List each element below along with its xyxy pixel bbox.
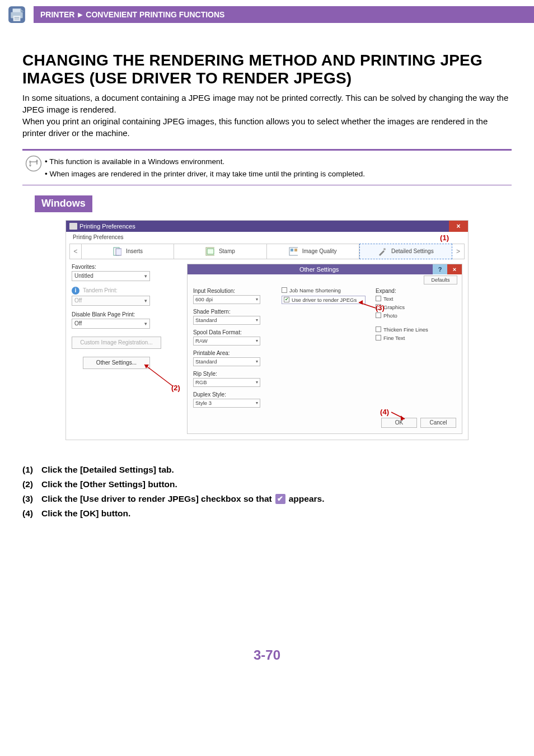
printing-preferences-dialog: Printing Preferences × Printing Preferen… [65, 220, 469, 440]
other-settings-panel: Other Settings ? × Defaults [187, 264, 462, 434]
tab-header-label: Printing Preferences [69, 233, 127, 241]
tab-inserts[interactable]: Inserts [82, 244, 174, 259]
breadcrumb: PRINTER ► CONVENIENT PRINTING FUNCTIONS [34, 6, 534, 23]
rip-style-label: Rip Style: [193, 371, 271, 377]
tab-image-quality[interactable]: Image Quality [267, 244, 359, 259]
checkbox-checked-icon [284, 297, 289, 302]
spool-format-label: Spool Data Format: [193, 329, 271, 335]
chevron-down-icon: ▾ [256, 338, 258, 343]
svg-marker-22 [359, 300, 363, 305]
tab-prev-button[interactable]: < [69, 244, 82, 259]
checkbox-icon [376, 335, 381, 340]
callout-4-arrow [389, 411, 406, 422]
checkbox-icon [376, 312, 381, 318]
tab-stamp[interactable]: Stamp [174, 244, 266, 259]
expand-text-checkbox[interactable]: Text [376, 296, 448, 302]
divider [22, 185, 512, 185]
favorites-select[interactable]: Untitled ▾ [72, 271, 150, 281]
tab-label: Stamp [219, 248, 235, 254]
svg-line-19 [144, 365, 172, 386]
step-2: (2) Click the [Other Settings] button. [22, 479, 512, 489]
disable-blank-label: Disable Blank Page Print: [72, 311, 184, 318]
svg-rect-14 [207, 249, 214, 254]
tab-strip: < Inserts Stamp Imag [66, 241, 468, 259]
input-resolution-select[interactable]: 600 dpi▾ [193, 295, 260, 304]
other-settings-button[interactable]: Other Settings... [83, 357, 150, 369]
expand-label: Expand: [376, 288, 448, 294]
step-1: (1) Click the [Detailed Settings] tab. [22, 465, 512, 475]
use-driver-render-jpegs-checkbox[interactable]: Use driver to render JPEGs [282, 296, 366, 304]
disable-blank-value: Off [74, 320, 82, 326]
shade-pattern-select[interactable]: Standard▾ [193, 316, 260, 325]
chevron-down-icon: ▾ [256, 359, 258, 364]
svg-point-7 [26, 156, 41, 171]
step-4: (4) Click the [OK] button. [22, 508, 512, 519]
tab-label: Image Quality [302, 248, 337, 254]
svg-rect-1 [13, 8, 21, 12]
checkmark-icon: ✔ [275, 494, 285, 504]
favorites-value: Untitled [74, 273, 93, 279]
note-item-2: • When images are rendered in the printe… [45, 168, 365, 180]
duplex-style-select[interactable]: Style 3▾ [193, 399, 260, 408]
chevron-down-icon: ▾ [144, 321, 147, 326]
job-name-shortening-checkbox[interactable]: Job Name Shortening [282, 287, 366, 293]
panel-title: Other Settings [299, 266, 339, 273]
tab-detailed-settings[interactable]: Detailed Settings [359, 244, 452, 259]
stamp-icon [205, 247, 214, 256]
printable-area-label: Printable Area: [193, 350, 271, 356]
shade-pattern-label: Shade Pattern: [193, 309, 271, 315]
chevron-down-icon: ▾ [256, 318, 258, 323]
step-3: (3) Click the [Use driver to render JPEG… [22, 494, 512, 504]
info-icon: i [72, 287, 79, 295]
os-label: Windows [35, 195, 92, 212]
page-header: PRINTER ► CONVENIENT PRINTING FUNCTIONS [0, 0, 534, 29]
detailed-settings-icon [378, 247, 387, 256]
svg-rect-17 [294, 249, 297, 251]
disable-blank-select[interactable]: Off ▾ [72, 319, 150, 329]
divider [22, 149, 512, 151]
panel-help-button[interactable]: ? [433, 264, 447, 274]
printer-icon [7, 5, 26, 24]
spool-format-select[interactable]: RAW▾ [193, 337, 260, 346]
steps-list: (1) Click the [Detailed Settings] tab. (… [0, 465, 534, 519]
panel-titlebar: Other Settings ? × [188, 264, 462, 274]
chevron-down-icon: ▾ [256, 400, 258, 405]
tab-next-button[interactable]: > [452, 244, 465, 259]
callout-3: (3) [376, 304, 385, 312]
dialog-close-button[interactable]: × [449, 221, 468, 232]
intro-paragraph-2: When you print an original containing JP… [22, 115, 512, 139]
page-title: CHANGING THE RENDERING METHOD AND PRINTI… [22, 52, 512, 87]
thicken-fine-lines-checkbox[interactable]: Thicken Fine Lines [376, 326, 448, 333]
tab-label: Detailed Settings [391, 248, 434, 254]
printable-area-select[interactable]: Standard▾ [193, 357, 260, 366]
cancel-button[interactable]: Cancel [420, 418, 456, 428]
note-icon [22, 155, 45, 172]
chevron-down-icon: ▾ [144, 273, 147, 279]
chevron-down-icon: ▾ [144, 298, 147, 304]
image-quality-icon [289, 247, 298, 256]
inserts-icon [113, 247, 121, 256]
fine-text-checkbox[interactable]: Fine Text [376, 335, 448, 341]
svg-rect-3 [13, 16, 21, 21]
expand-photo-checkbox[interactable]: Photo [376, 312, 448, 319]
svg-marker-9 [36, 160, 39, 162]
callout-2: (2) [171, 384, 180, 392]
tab-label: Inserts [126, 248, 143, 254]
svg-marker-24 [401, 416, 405, 421]
tandem-print-label: Tandem Print: [83, 287, 118, 293]
rip-style-select[interactable]: RGB▾ [193, 378, 260, 387]
dialog-title: Printing Preferences [79, 223, 135, 230]
input-resolution-label: Input Resolution: [193, 288, 271, 294]
svg-rect-12 [116, 249, 121, 255]
note-item-1: • This function is available in a Window… [45, 156, 365, 168]
callout-1: (1) [440, 234, 449, 242]
checkbox-icon [282, 287, 287, 293]
callout-4: (4) [380, 408, 389, 416]
intro-paragraph-1: In some situations, a document containin… [22, 92, 512, 115]
checkbox-icon [376, 326, 381, 332]
panel-close-button[interactable]: × [447, 264, 462, 274]
expand-graphics-checkbox[interactable]: Graphics [376, 304, 448, 310]
note-block: • This function is available in a Window… [22, 155, 512, 180]
section-icon [0, 0, 34, 29]
favorites-label: Favorites: [72, 264, 184, 270]
